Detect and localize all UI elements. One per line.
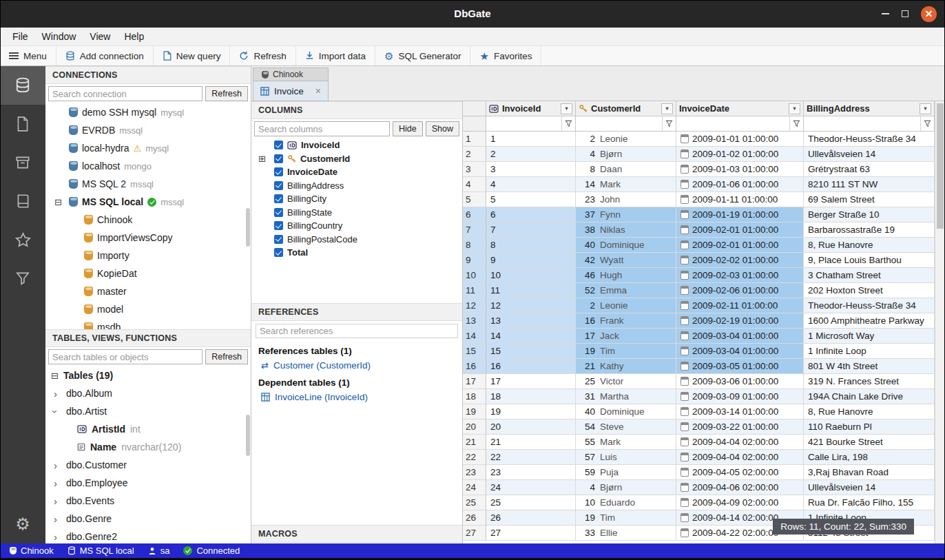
row-number-cell[interactable]: 22 bbox=[463, 450, 486, 465]
cell-invoiceid[interactable]: 13 bbox=[486, 313, 576, 329]
checkbox-checked[interactable] bbox=[274, 167, 283, 176]
column-toggle-row[interactable]: InvoiceId bbox=[251, 138, 462, 152]
menu-window[interactable]: Window bbox=[35, 29, 83, 44]
tab-close-icon[interactable]: × bbox=[315, 85, 321, 96]
cell-invoiceid[interactable]: 8 bbox=[486, 238, 576, 253]
connection-item[interactable]: ⊟MS SQL localmssql bbox=[45, 193, 251, 211]
cell-invoicedate[interactable]: 2009-03-05 01:00:00 bbox=[676, 359, 804, 374]
cell-billingaddress[interactable]: 69 Salem Street bbox=[804, 192, 935, 207]
rail-archive-button[interactable] bbox=[0, 143, 45, 182]
cell-billingaddress[interactable]: Theodor-Heuss-Straße 34 bbox=[804, 132, 935, 147]
cell-customerid[interactable]: 16Frank bbox=[576, 313, 676, 329]
rail-connections-button[interactable] bbox=[0, 66, 45, 105]
cell-customerid[interactable]: 52Emma bbox=[576, 283, 676, 298]
reference-link[interactable]: ⇄Customer (CustomerId) bbox=[251, 357, 462, 373]
cell-billingaddress[interactable]: Rua Dr. Falcão Filho, 155 bbox=[804, 495, 935, 510]
cell-customerid[interactable]: 2Leonie bbox=[576, 298, 676, 313]
cell-invoiceid[interactable]: 9 bbox=[486, 253, 576, 268]
references-search-input[interactable] bbox=[256, 324, 458, 338]
cell-invoicedate[interactable]: 2009-03-04 01:00:00 bbox=[676, 344, 804, 359]
tables-root[interactable]: ⊟Tables (19) bbox=[45, 366, 251, 384]
cell-invoiceid[interactable]: 7 bbox=[486, 222, 576, 238]
database-item[interactable]: ImportViewsCopy bbox=[45, 229, 251, 247]
row-number-cell[interactable]: 21 bbox=[463, 435, 486, 450]
toolbar-menu-button[interactable]: Menu bbox=[0, 46, 56, 65]
checkbox-checked[interactable] bbox=[274, 154, 283, 163]
cell-customerid[interactable]: 2Leonie bbox=[576, 132, 676, 147]
tables-refresh-button[interactable]: Refresh bbox=[205, 349, 248, 364]
filter-input-customerid[interactable] bbox=[576, 116, 662, 131]
cell-invoiceid[interactable]: 6 bbox=[486, 207, 576, 222]
chevron-right-icon[interactable]: › bbox=[54, 513, 57, 525]
row-number-cell[interactable]: 15 bbox=[463, 344, 486, 359]
cell-invoiceid[interactable]: 4 bbox=[486, 177, 576, 192]
column-header-billingaddress[interactable]: BillingAddress▾ bbox=[804, 101, 935, 116]
cell-customerid[interactable]: 14Mark bbox=[576, 177, 676, 192]
row-number-cell[interactable]: 7 bbox=[463, 222, 486, 238]
cell-billingaddress[interactable]: 1600 Amphitheatre Parkway bbox=[804, 313, 935, 329]
row-number-cell[interactable]: 13 bbox=[463, 313, 486, 329]
cell-invoiceid[interactable]: 26 bbox=[486, 510, 576, 526]
cell-invoiceid[interactable]: 14 bbox=[486, 329, 576, 344]
cell-customerid[interactable]: 17Jack bbox=[576, 329, 676, 344]
cell-invoiceid[interactable]: 12 bbox=[486, 298, 576, 313]
row-number-cell[interactable]: 25 bbox=[463, 495, 486, 510]
cell-billingaddress[interactable]: Theodor-Heuss-Straße 34 bbox=[804, 298, 935, 313]
cell-customerid[interactable]: 23John bbox=[576, 192, 676, 207]
tables-search-input[interactable] bbox=[48, 349, 202, 364]
cell-customerid[interactable]: 38Niklas bbox=[576, 222, 676, 238]
column-toggle-row[interactable]: BillingCity bbox=[251, 192, 462, 206]
row-number-cell[interactable]: 11 bbox=[463, 283, 486, 298]
cell-billingaddress[interactable]: Ullevålsveien 14 bbox=[804, 147, 935, 162]
cell-invoiceid[interactable]: 10 bbox=[486, 268, 576, 283]
expand-icon[interactable]: ⊞ bbox=[258, 154, 266, 164]
row-number-cell[interactable]: 1 bbox=[463, 132, 486, 147]
chevron-right-icon[interactable]: › bbox=[54, 495, 57, 507]
row-number-cell[interactable]: 8 bbox=[463, 238, 486, 253]
database-item[interactable]: Importy bbox=[45, 247, 251, 265]
statusbar-status[interactable]: Connected bbox=[176, 546, 247, 556]
cell-invoiceid[interactable]: 3 bbox=[486, 162, 576, 177]
dependent-link[interactable]: InvoiceLine (InvoiceId) bbox=[251, 389, 462, 404]
menu-help[interactable]: Help bbox=[117, 29, 151, 44]
toolbar-favorites-button[interactable]: ★ Favorites bbox=[470, 46, 541, 65]
rail-favorites-button[interactable] bbox=[0, 220, 45, 259]
rail-filter-button[interactable] bbox=[0, 259, 45, 298]
cell-invoiceid[interactable]: 17 bbox=[486, 374, 576, 389]
toolbar-new-query-button[interactable]: New query bbox=[154, 46, 231, 65]
cell-invoicedate[interactable]: 2009-04-04 02:00:00 bbox=[676, 450, 804, 465]
table-item[interactable]: ›dbo.Events bbox=[45, 492, 251, 510]
chevron-right-icon[interactable]: › bbox=[54, 477, 57, 489]
grid-scrollbar-thumb[interactable] bbox=[937, 103, 944, 229]
row-number-cell[interactable]: 10 bbox=[463, 268, 486, 283]
checkbox-checked[interactable] bbox=[274, 235, 283, 244]
row-number-cell[interactable]: 14 bbox=[463, 329, 486, 344]
cell-billingaddress[interactable]: Grétrystraat 63 bbox=[804, 162, 935, 177]
column-header-invoicedate[interactable]: InvoiceDate▾ bbox=[676, 101, 804, 116]
cell-billingaddress[interactable]: 8, Rue Hanovre bbox=[804, 404, 935, 419]
cell-billingaddress[interactable]: 8210 111 ST NW bbox=[804, 177, 935, 192]
tab-group-chinook[interactable]: Chinook bbox=[253, 68, 329, 81]
cell-customerid[interactable]: 59Puja bbox=[576, 465, 676, 480]
collapse-icon[interactable]: ⊟ bbox=[51, 371, 59, 381]
rail-files-button[interactable] bbox=[0, 105, 45, 143]
cell-invoicedate[interactable]: 2009-02-02 01:00:00 bbox=[676, 253, 804, 268]
cell-invoicedate[interactable]: 2009-01-19 01:00:00 bbox=[676, 207, 804, 222]
cell-customerid[interactable]: 10Eduardo bbox=[576, 495, 676, 510]
checkbox-checked[interactable] bbox=[274, 194, 283, 203]
cell-customerid[interactable]: 31Martha bbox=[576, 389, 676, 404]
columns-search-input[interactable] bbox=[254, 121, 390, 136]
cell-invoicedate[interactable]: 2009-02-19 01:00:00 bbox=[676, 313, 804, 329]
cell-billingaddress[interactable]: 8, Rue Hanovre bbox=[804, 238, 935, 253]
statusbar-user[interactable]: sa bbox=[141, 546, 177, 556]
row-number-cell[interactable]: 2 bbox=[463, 147, 486, 162]
column-dropdown-icon[interactable]: ▾ bbox=[920, 103, 931, 114]
cell-customerid[interactable]: 54Steve bbox=[576, 419, 676, 435]
cell-billingaddress[interactable]: 194A Chain Lake Drive bbox=[804, 389, 935, 404]
column-dropdown-icon[interactable]: ▾ bbox=[561, 103, 572, 114]
cell-billingaddress[interactable]: Ullevålsveien 14 bbox=[804, 480, 935, 495]
column-toggle-row[interactable]: BillingAddress bbox=[251, 179, 462, 193]
column-toggle-row[interactable]: InvoiceDate bbox=[251, 165, 462, 179]
table-item[interactable]: ›dbo.Album bbox=[45, 384, 251, 402]
connection-item[interactable]: MS SQL 2mssql bbox=[45, 175, 251, 193]
